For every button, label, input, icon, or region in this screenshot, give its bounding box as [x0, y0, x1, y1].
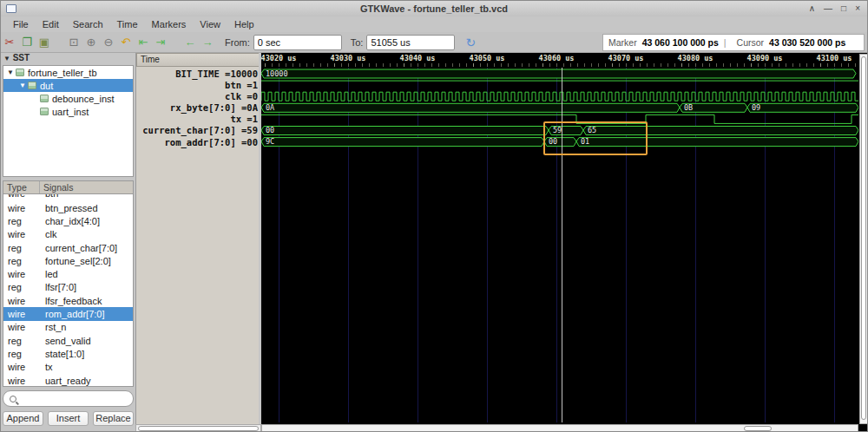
- title-bar[interactable]: GTKWave - fortune_teller_tb.vcd ∧—□×: [1, 1, 867, 16]
- signal-name: state[1:0]: [40, 349, 84, 359]
- signal-row-rom_addr[7:0][interactable]: wirerom_addr[7:0]: [3, 307, 133, 320]
- time-axis[interactable]: 43020 us43030 us43040 us43050 us43060 us…: [261, 53, 858, 68]
- type-column-header[interactable]: Type: [3, 181, 40, 193]
- tree-item-label: debounce_inst: [52, 94, 115, 104]
- to-input[interactable]: [366, 35, 455, 50]
- to-label: To:: [351, 37, 364, 48]
- signal-row-state[1:0][interactable]: regstate[1:0]: [3, 347, 133, 360]
- signal-row-current_char[7:0][interactable]: regcurrent_char[7:0]: [3, 241, 133, 254]
- signal-row-btn_pressed[interactable]: wirebtn_pressed: [3, 201, 133, 214]
- time-tick-label: 43080 us: [678, 54, 713, 62]
- append-button[interactable]: Append: [3, 411, 43, 426]
- marker-label: Marker: [603, 37, 642, 48]
- bus-segment-BIT_TIME[interactable]: [261, 69, 856, 78]
- tree-item-uart_inst[interactable]: uart_inst: [3, 105, 133, 118]
- signal-row-char_idx[4:0][interactable]: regchar_idx[4:0]: [3, 214, 133, 227]
- bus-value-label: 00: [266, 126, 274, 134]
- menu-markers[interactable]: Markers: [145, 17, 194, 31]
- zoom-out-icon[interactable]: ⊖: [100, 34, 117, 51]
- time-tick-label: 43090 us: [747, 54, 783, 62]
- signal-row-rst_n[interactable]: wirerst_n: [3, 321, 133, 334]
- bus-segment-current_char[7:0][interactable]: [261, 127, 549, 135]
- signal-row-btn[interactable]: wirebtn: [3, 194, 133, 201]
- time-header[interactable]: Time: [136, 53, 261, 67]
- menu-view[interactable]: View: [193, 17, 227, 31]
- zoom-fit-icon[interactable]: ⊡: [65, 34, 82, 51]
- tree-item-debounce_inst[interactable]: debounce_inst: [3, 92, 133, 105]
- signals-column-header[interactable]: Signals: [40, 181, 76, 193]
- to-end-icon[interactable]: ⇥: [152, 34, 169, 51]
- signal-row-clk[interactable]: wireclk: [3, 228, 133, 241]
- signal-name-value[interactable]: current_char[7:0] =59: [136, 125, 261, 136]
- menu-edit[interactable]: Edit: [36, 17, 66, 31]
- signal-type: wire: [3, 362, 40, 372]
- signal-row-tx[interactable]: wiretx: [3, 361, 133, 374]
- menu-bar: FileEditSearchTimeMarkersViewHelp: [1, 16, 867, 32]
- expander-icon[interactable]: ▼: [5, 69, 16, 76]
- module-icon: [40, 95, 49, 102]
- tree-item-label: uart_inst: [52, 107, 89, 117]
- signal-name: tx: [40, 362, 53, 372]
- signal-name-value[interactable]: BIT_TIME =10000: [136, 69, 261, 80]
- bus-segment-rx_byte[7:0][interactable]: [261, 103, 680, 112]
- signal-type: wire: [3, 203, 40, 213]
- bus-segment-rom_addr[7:0][interactable]: [261, 138, 544, 147]
- search-icon: [10, 396, 16, 403]
- sst-panel-header[interactable]: ▼ SST: [1, 53, 135, 65]
- names-hscrollbar-thumb[interactable]: [138, 426, 259, 431]
- signal-search-input[interactable]: [3, 390, 134, 407]
- wave-vscrollbar-thumb[interactable]: [861, 56, 866, 420]
- signal-name-value[interactable]: rx_byte[7:0] =0A: [136, 102, 261, 114]
- signal-row-uart_ready[interactable]: wireuart_ready: [3, 374, 133, 387]
- signal-row-lfsr[7:0][interactable]: reglfsr[7:0]: [3, 281, 133, 294]
- signal-row-fortune_sel[2:0][interactable]: regfortune_sel[2:0]: [3, 254, 133, 267]
- zoom-in-icon[interactable]: ⊕: [82, 34, 100, 51]
- menu-file[interactable]: File: [6, 17, 36, 31]
- forward-icon[interactable]: →: [199, 34, 216, 51]
- time-tick-label: 43040 us: [400, 54, 436, 62]
- signal-type: wire: [3, 322, 40, 332]
- zoom-undo-icon[interactable]: ↶: [117, 34, 135, 51]
- menu-time[interactable]: Time: [110, 17, 145, 31]
- wave-vscrollbar[interactable]: [859, 54, 868, 424]
- signal-row-send_valid[interactable]: regsend_valid: [3, 334, 133, 347]
- wave-hscrollbar-thumb[interactable]: [744, 426, 772, 431]
- to-start-icon[interactable]: ⇤: [135, 34, 152, 51]
- replace-button[interactable]: Replace: [93, 411, 134, 426]
- bus-segment-rx_byte[7:0][interactable]: [747, 103, 858, 112]
- collapse-triangle-icon[interactable]: ▼: [3, 55, 10, 62]
- signal-name-value[interactable]: btn =1: [136, 80, 261, 91]
- reload-icon[interactable]: ↻: [465, 36, 476, 49]
- signal-name-value[interactable]: tx =1: [136, 114, 261, 125]
- names-hscrollbar[interactable]: [135, 424, 261, 432]
- signal-row-lfsr_feedback[interactable]: wirelfsr_feedback: [3, 294, 133, 307]
- paste-icon[interactable]: ▣: [36, 34, 53, 51]
- close-button[interactable]: ×: [855, 1, 860, 16]
- menu-help[interactable]: Help: [227, 17, 261, 31]
- bus-value-label: 9C: [266, 137, 274, 146]
- insert-button[interactable]: Insert: [48, 411, 89, 426]
- expander-icon[interactable]: ▼: [17, 82, 28, 89]
- module-icon: [40, 108, 49, 115]
- wave-hscrollbar[interactable]: [261, 424, 858, 432]
- signal-row-led[interactable]: wireled: [3, 267, 133, 280]
- maximize-button[interactable]: □: [841, 1, 846, 16]
- tree-item-fortune_teller_tb[interactable]: ▼fortune_teller_tb: [3, 66, 133, 79]
- cut-icon[interactable]: ✂: [1, 34, 18, 51]
- shade-button[interactable]: ∧: [809, 1, 815, 16]
- signal-name-value[interactable]: rom_addr[7:0] =00: [136, 137, 261, 148]
- bus-value-label: 09: [752, 103, 760, 112]
- minimize-button[interactable]: —: [824, 1, 832, 16]
- signal-name-value[interactable]: clk =0: [136, 91, 261, 102]
- sst-title: SST: [13, 53, 30, 62]
- waveform-panel[interactable]: 43020 us43030 us43040 us43050 us43060 us…: [261, 53, 868, 432]
- cursor-label: Cursor: [732, 37, 770, 48]
- back-icon[interactable]: ←: [181, 34, 199, 51]
- signal-type: reg: [3, 336, 40, 346]
- clock-wave-clk[interactable]: [261, 92, 858, 101]
- signal-type: reg: [3, 216, 40, 226]
- from-input[interactable]: [253, 35, 342, 50]
- menu-search[interactable]: Search: [66, 17, 110, 31]
- tree-item-dut[interactable]: ▼dut: [3, 79, 133, 92]
- copy-icon[interactable]: ❐: [18, 34, 36, 51]
